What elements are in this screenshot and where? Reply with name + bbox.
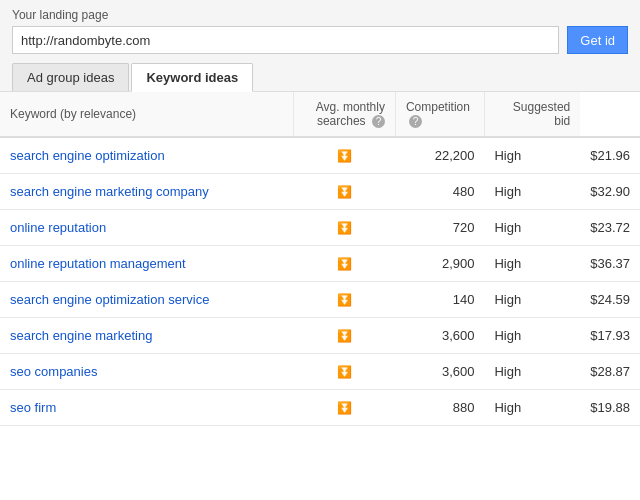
trend-icon: ⏬ [337, 365, 352, 379]
searches-cell: 22,200 [395, 137, 484, 174]
trend-icon: ⏬ [337, 257, 352, 271]
table-header-row: Keyword (by relevance) Avg. monthly sear… [0, 92, 640, 137]
table-row: seo companies ⏬ 3,600 High $28.87 [0, 354, 640, 390]
searches-cell: 2,900 [395, 246, 484, 282]
table-row: search engine marketing ⏬ 3,600 High $17… [0, 318, 640, 354]
tab-ad-group[interactable]: Ad group ideas [12, 63, 129, 91]
searches-cell: 480 [395, 174, 484, 210]
competition-cell: High [484, 210, 580, 246]
searches-cell: 140 [395, 282, 484, 318]
trend-icon: ⏬ [337, 401, 352, 415]
competition-cell: High [484, 390, 580, 426]
trend-cell: ⏬ [293, 318, 395, 354]
trend-cell: ⏬ [293, 174, 395, 210]
keyword-cell: online reputation management [0, 246, 293, 282]
col-competition: Competition ? [395, 92, 484, 137]
keyword-link[interactable]: online reputation management [10, 256, 186, 271]
table-row: online reputation management ⏬ 2,900 Hig… [0, 246, 640, 282]
bid-cell: $28.87 [580, 354, 640, 390]
col-suggested-bid: Suggested bid [484, 92, 580, 137]
table-row: search engine marketing company ⏬ 480 Hi… [0, 174, 640, 210]
trend-icon: ⏬ [337, 221, 352, 235]
keyword-link[interactable]: search engine marketing [10, 328, 152, 343]
keyword-cell: seo companies [0, 354, 293, 390]
keyword-cell: seo firm [0, 390, 293, 426]
get-ideas-button[interactable]: Get id [567, 26, 628, 54]
keyword-cell: online reputation [0, 210, 293, 246]
trend-icon: ⏬ [337, 149, 352, 163]
bid-cell: $36.37 [580, 246, 640, 282]
bid-cell: $19.88 [580, 390, 640, 426]
trend-cell: ⏬ [293, 137, 395, 174]
competition-cell: High [484, 246, 580, 282]
bid-cell: $32.90 [580, 174, 640, 210]
url-input[interactable] [12, 26, 559, 54]
trend-cell: ⏬ [293, 354, 395, 390]
trend-cell: ⏬ [293, 282, 395, 318]
avg-searches-help-icon[interactable]: ? [372, 115, 385, 128]
landing-page-label: Your landing page [12, 8, 628, 22]
competition-cell: High [484, 354, 580, 390]
url-row: Get id [12, 26, 628, 54]
competition-cell: High [484, 174, 580, 210]
competition-cell: High [484, 318, 580, 354]
table-row: search engine optimization ⏬ 22,200 High… [0, 137, 640, 174]
keyword-link[interactable]: seo firm [10, 400, 56, 415]
keyword-cell: search engine optimization [0, 137, 293, 174]
top-section: Your landing page Get id Ad group ideas … [0, 0, 640, 92]
col-keyword: Keyword (by relevance) [0, 92, 293, 137]
competition-help-icon[interactable]: ? [409, 115, 422, 128]
keyword-cell: search engine optimization service [0, 282, 293, 318]
trend-icon: ⏬ [337, 329, 352, 343]
searches-cell: 3,600 [395, 318, 484, 354]
keyword-link[interactable]: search engine marketing company [10, 184, 209, 199]
table-row: search engine optimization service ⏬ 140… [0, 282, 640, 318]
competition-cell: High [484, 137, 580, 174]
keyword-link[interactable]: online reputation [10, 220, 106, 235]
bid-cell: $21.96 [580, 137, 640, 174]
competition-cell: High [484, 282, 580, 318]
table-row: online reputation ⏬ 720 High $23.72 [0, 210, 640, 246]
keyword-cell: search engine marketing company [0, 174, 293, 210]
trend-cell: ⏬ [293, 390, 395, 426]
table-body: search engine optimization ⏬ 22,200 High… [0, 137, 640, 426]
table-container: Keyword (by relevance) Avg. monthly sear… [0, 92, 640, 426]
table-row: seo firm ⏬ 880 High $19.88 [0, 390, 640, 426]
keyword-link[interactable]: search engine optimization service [10, 292, 209, 307]
searches-cell: 880 [395, 390, 484, 426]
trend-cell: ⏬ [293, 246, 395, 282]
trend-cell: ⏬ [293, 210, 395, 246]
bid-cell: $17.93 [580, 318, 640, 354]
searches-cell: 720 [395, 210, 484, 246]
keyword-link[interactable]: seo companies [10, 364, 97, 379]
searches-cell: 3,600 [395, 354, 484, 390]
bid-cell: $23.72 [580, 210, 640, 246]
tab-keyword-ideas[interactable]: Keyword ideas [131, 63, 253, 92]
keyword-cell: search engine marketing [0, 318, 293, 354]
trend-icon: ⏬ [337, 185, 352, 199]
keyword-link[interactable]: search engine optimization [10, 148, 165, 163]
trend-icon: ⏬ [337, 293, 352, 307]
keywords-table: Keyword (by relevance) Avg. monthly sear… [0, 92, 640, 426]
col-avg-searches: Avg. monthly searches ? [293, 92, 395, 137]
bid-cell: $24.59 [580, 282, 640, 318]
tabs-bar: Ad group ideas Keyword ideas [12, 62, 628, 91]
